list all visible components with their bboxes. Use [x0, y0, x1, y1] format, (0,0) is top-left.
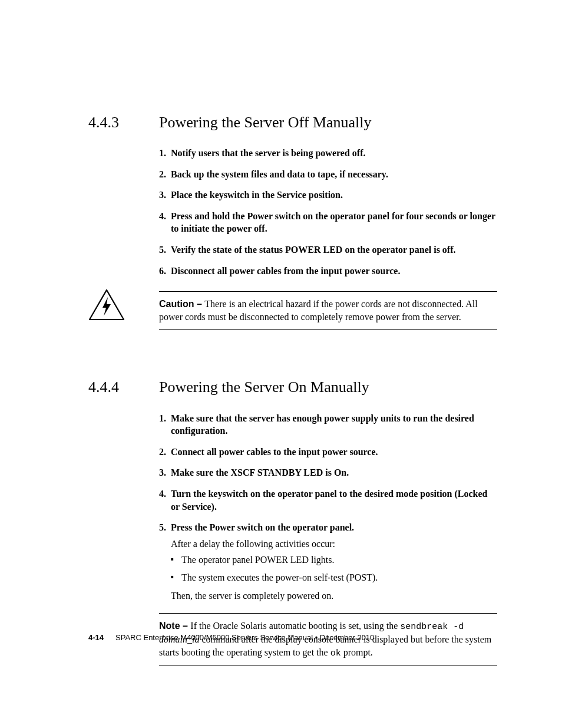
electrical-hazard-icon [88, 288, 159, 321]
bullet-item: The operator panel POWER LED lights. [171, 554, 497, 566]
step-text: Notify users that the server is being po… [171, 148, 365, 158]
step-text: Disconnect all power cables from the inp… [171, 266, 400, 276]
steps-list: Notify users that the server is being po… [159, 147, 497, 277]
bullet-item: The system executes the power-on self-te… [171, 571, 497, 584]
section-title: Powering the Server Off Manually [159, 112, 372, 133]
code-sendbreak: sendbreak -d [400, 622, 464, 632]
step-text: Turn the keyswitch on the operator panel… [171, 489, 488, 512]
caution-content: There is an electrical hazard if the pow… [159, 299, 478, 322]
section-number: 4.4.4 [88, 377, 159, 397]
step-text: Make sure the XSCF STANDBY LED is On. [171, 467, 349, 477]
page-footer: 4-14SPARC Enterprise M4000/M5000 Servers… [88, 633, 374, 643]
step-item: Place the keyswitch in the Service posit… [159, 189, 497, 202]
section-number: 4.4.3 [88, 112, 159, 133]
step-item: Press the Power switch on the operator p… [159, 521, 497, 602]
note-part: If the Oracle Solaris automatic booting … [190, 621, 400, 631]
note-part: prompt. [341, 647, 373, 657]
rule-top [159, 291, 497, 292]
caution-body: Caution – There is an electrical hazard … [159, 288, 497, 333]
step-item: Disconnect all power cables from the inp… [159, 265, 497, 278]
step-item: Press and hold the Power switch on the o… [159, 210, 497, 235]
step-item: Make sure that the server has enough pow… [159, 412, 497, 437]
step-text: Make sure that the server has enough pow… [171, 413, 474, 436]
step-item: Verify the state of the status POWER LED… [159, 243, 497, 256]
rule-bottom [159, 329, 497, 330]
footer-text: SPARC Enterprise M4000/M5000 Servers Ser… [115, 633, 374, 642]
step-text: Verify the state of the status POWER LED… [171, 245, 456, 255]
section-444-heading: 4.4.4 Powering the Server On Manually [88, 377, 497, 397]
code-ok: ok [330, 648, 341, 658]
bullet-text: The operator panel POWER LED lights. [181, 555, 335, 565]
step-item: Notify users that the server is being po… [159, 147, 497, 160]
step-subtext: After a delay the following activities o… [171, 538, 497, 551]
page-body: 4.4.3 Powering the Server Off Manually N… [0, 0, 562, 666]
step-text: Press the Power switch on the operator p… [171, 522, 354, 532]
step-text: Connect all power cables to the input po… [171, 447, 378, 457]
step-item: Back up the system files and data to tap… [159, 168, 497, 181]
steps-list: Make sure that the server has enough pow… [159, 412, 497, 603]
rule-top [159, 613, 497, 614]
step-text: Place the keyswitch in the Service posit… [171, 190, 343, 200]
step-item: Turn the keyswitch on the operator panel… [159, 487, 497, 513]
rule-bottom [159, 666, 497, 666]
section-444-body: Make sure that the server has enough pow… [159, 412, 497, 667]
step-text: Press and hold the Power switch on the o… [171, 211, 495, 234]
step-item: Connect all power cables to the input po… [159, 446, 497, 459]
step-item: Make sure the XSCF STANDBY LED is On. [159, 466, 497, 479]
section-title: Powering the Server On Manually [159, 377, 369, 397]
section-443-heading: 4.4.3 Powering the Server Off Manually [88, 112, 497, 133]
then-line: Then, the server is completely powered o… [171, 589, 497, 602]
note-label: Note – [159, 621, 190, 631]
page-number: 4-14 [88, 633, 104, 642]
step-text: Back up the system files and data to tap… [171, 169, 388, 179]
bullet-text: The system executes the power-on self-te… [181, 572, 378, 582]
bullet-list: The operator panel POWER LED lights. The… [171, 554, 497, 584]
caution-label: Caution – [159, 299, 204, 309]
section-443-body: Notify users that the server is being po… [159, 147, 497, 333]
caution-block: Caution – There is an electrical hazard … [88, 288, 497, 333]
caution-text: Caution – There is an electrical hazard … [159, 295, 497, 325]
